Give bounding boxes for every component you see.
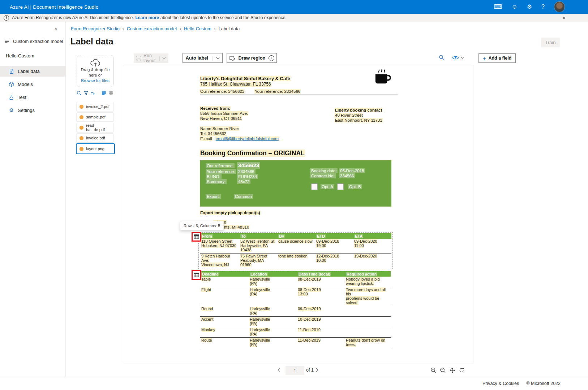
chevron-right-icon: › — [214, 26, 216, 31]
doc-booking-contact-address2: East Northport, NY 11731 — [335, 118, 383, 122]
feedback-smiley-icon[interactable]: ☺ — [511, 4, 517, 10]
banner-text-after: about the latest updates to the service … — [160, 15, 287, 20]
file-name: layout.png — [86, 147, 104, 151]
table-header-row: FromToByETDETA — [200, 233, 391, 239]
zoom-in-icon[interactable] — [430, 367, 437, 373]
privacy-cookies-link[interactable]: Privacy & Cookies — [482, 381, 519, 386]
auto-label-button[interactable]: Auto label | — [183, 53, 223, 63]
table-cell: Harleysville (PA) — [248, 287, 296, 306]
chevron-down-icon[interactable] — [460, 57, 464, 59]
user-avatar[interactable] — [554, 1, 565, 12]
search-files-icon[interactable] — [77, 91, 82, 96]
chevron-right-icon: › — [180, 26, 181, 31]
doc-received-address2: New Haven, CT 06511 — [200, 116, 242, 121]
next-page-icon[interactable] — [316, 368, 318, 373]
doc-received-from-title: Received from: — [200, 106, 231, 110]
table-row: AccentHarleysville (PA)10-Dec-2019 — [200, 317, 391, 327]
table-info-tooltip: Rows: 3, Columns: 5 — [180, 221, 224, 230]
info-icon: i — [4, 15, 9, 21]
checkbox-opt-a[interactable] — [311, 183, 318, 190]
sidebar-item-settings[interactable]: ⚙ Settings — [0, 105, 65, 116]
column-header: ETA — [353, 233, 391, 239]
sidebar-item-test[interactable]: Test — [0, 92, 65, 103]
file-item[interactable]: invoice.pdf — [76, 133, 114, 143]
column-header: Deadline — [200, 271, 248, 277]
visibility-eye-icon[interactable] — [452, 56, 459, 60]
run-layout-icon — [136, 56, 141, 61]
breadcrumb-link-custom-extraction[interactable]: Custom extraction model — [127, 26, 177, 31]
gear-icon: ⚙ — [9, 107, 14, 113]
page-number-input[interactable] — [286, 366, 304, 375]
file-item-selected[interactable]: layout.png — [76, 143, 115, 154]
table-cell: Nobody loves a pig wearing lipstick. — [344, 277, 391, 287]
sidebar-section-label: Custom extraction model — [13, 39, 63, 44]
learn-more-link[interactable]: Learn more — [136, 15, 159, 20]
table-marker-button-1[interactable] — [192, 232, 201, 242]
file-item[interactable]: invoice_2.pdf — [76, 102, 114, 111]
banner-close-icon[interactable]: × — [562, 15, 566, 21]
checkbox-opt-b[interactable] — [337, 183, 344, 190]
breadcrumb-current: Label data — [219, 26, 240, 31]
doc-received-address1: 8556 Indian Summer Ave. — [200, 111, 248, 116]
zoom-out-icon[interactable] — [440, 367, 446, 373]
file-item[interactable]: sample.pdf — [76, 112, 114, 122]
file-status-dot-icon — [80, 115, 83, 119]
breadcrumb-link-studio[interactable]: Form Recognizer Studio — [71, 26, 120, 31]
table-marker-button-2[interactable] — [192, 270, 201, 280]
table-header-row: DeadlineLocationDate/Time (local)Require… — [200, 271, 391, 277]
footer: Privacy & Cookies © Microsoft 2022 — [0, 377, 588, 390]
file-dropzone[interactable]: Drag & drop file here or Browse for file… — [77, 55, 114, 87]
sort-icon[interactable] — [90, 91, 95, 96]
keyboard-shortcuts-icon[interactable]: ⌨ — [494, 4, 502, 10]
table-cell: 9 Ketch Harbour Ave. Vincentown, NJ — [200, 254, 239, 268]
list-view-icon[interactable] — [101, 91, 107, 96]
run-layout-button[interactable]: Run layout | — [134, 53, 168, 63]
field-label: Our reference: — [206, 163, 235, 168]
doc-booking-title: Booking Confirmation – ORIGINAL — [200, 150, 305, 157]
table-row: TableHarleysville (PA)08-Dec-2019Nobody … — [200, 277, 391, 287]
table-row: RoundHarleysville (PA)09-Dec-2019 — [200, 306, 391, 317]
train-button[interactable]: Train — [541, 38, 560, 47]
table-cell: 09-Dec-2019 — [296, 306, 344, 317]
pan-move-icon[interactable] — [449, 367, 455, 373]
table-cell: 11-Dec-2019 — [296, 338, 344, 348]
sidebar-item-label-data[interactable]: Label data — [0, 66, 65, 77]
table-cell: Route — [200, 338, 248, 348]
chevron-down-icon[interactable] — [216, 57, 220, 59]
table-row: 9 Ketch Harbour Ave. Vincentown, NJ75 Fa… — [200, 254, 391, 268]
chevron-down-icon[interactable] — [162, 57, 166, 59]
settings-gear-icon[interactable]: ⚙ — [527, 4, 532, 10]
info-icon[interactable]: i — [269, 55, 274, 61]
file-name: invoice.pdf — [86, 136, 105, 140]
sidebar-item-models[interactable]: Models — [0, 79, 65, 90]
sidebar-collapse-icon[interactable]: « — [55, 26, 57, 32]
auto-label-label: Auto label — [185, 55, 208, 61]
document-viewer[interactable]: Liberty's Delightful Sinful Bakery & Caf… — [123, 65, 473, 364]
grid-view-icon[interactable] — [108, 91, 113, 96]
help-icon[interactable]: ? — [541, 4, 545, 10]
breadcrumb-link-project[interactable]: Hello-Custom — [184, 26, 211, 31]
search-document-icon[interactable] — [439, 55, 445, 60]
table-cell: 09-Dec-2018 19:00 — [315, 239, 353, 254]
table-cell: Accent — [200, 317, 248, 327]
add-field-button[interactable]: + Add a field — [478, 53, 516, 63]
draw-region-button[interactable]: Draw region i — [227, 53, 277, 63]
doc-your-reference: Your reference: 2334566 — [254, 89, 301, 94]
doc-contact-name: Name Summer River — [200, 126, 239, 131]
filter-funnel-icon[interactable] — [83, 91, 89, 96]
field-label: Your reference: — [206, 169, 236, 174]
browse-files-link[interactable]: Browse for files — [81, 78, 110, 83]
file-item[interactable]: read-ba...de.pdf — [76, 123, 114, 132]
plus-icon: + — [483, 55, 486, 61]
project-name: Hello-Custom — [6, 53, 34, 58]
cube-icon — [9, 82, 14, 87]
previous-page-icon[interactable] — [278, 368, 280, 373]
field-label: Contract No: — [310, 173, 336, 178]
chevron-right-icon: › — [123, 26, 124, 31]
table-cell: Harleysville (PA) — [248, 306, 296, 317]
doc-email-link[interactable]: email6@libertydelightfulsinful.com — [215, 136, 279, 141]
file-status-dot-icon — [80, 147, 83, 151]
rotate-icon[interactable] — [459, 367, 465, 373]
table-cell: Table — [200, 277, 248, 287]
doc-our-reference: Our reference: 3456623 — [200, 89, 245, 94]
